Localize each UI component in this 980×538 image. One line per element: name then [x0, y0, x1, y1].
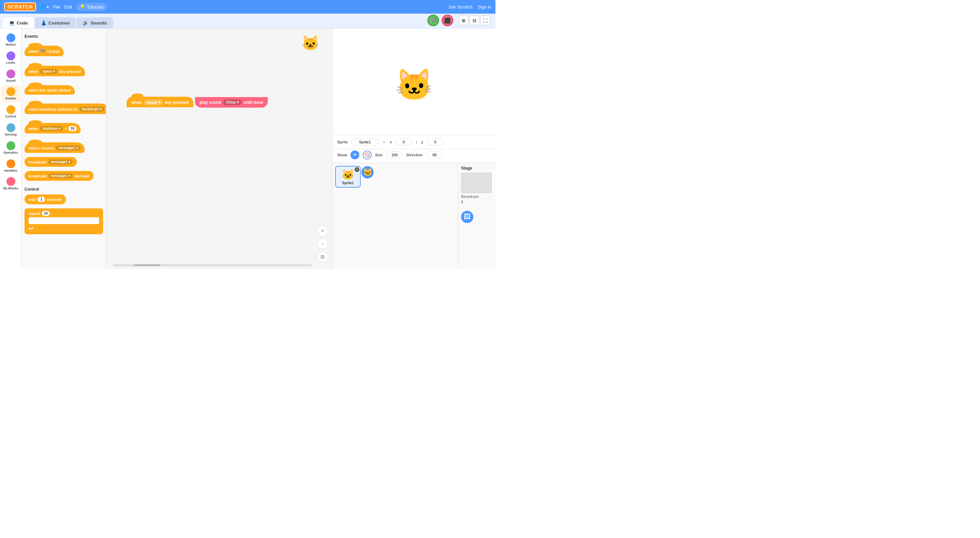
show-visible-btn[interactable]: 👁	[350, 150, 360, 160]
cat-myblocks[interactable]: My Blocks	[2, 175, 21, 192]
script-container[interactable]: when space ▾ key pressed play sound Chir…	[127, 97, 268, 108]
block-when-loudness[interactable]: when loudness ▾ > 10	[24, 123, 81, 134]
add-sprite-btn[interactable]: 🐱	[361, 166, 374, 179]
block-wait[interactable]: wait 1 seconds	[24, 195, 66, 204]
green-flag-btn[interactable]: 🏁	[427, 14, 439, 26]
cat-looks[interactable]: Looks	[2, 49, 21, 67]
wait-val-input[interactable]: 1	[37, 197, 45, 202]
block-broadcast[interactable]: broadcast message1 ▾	[24, 157, 77, 167]
edit-menu[interactable]: Edit	[64, 5, 72, 10]
block-broadcast-wait[interactable]: broadcast message1 ▾ and wait	[24, 171, 94, 181]
repeat-val-input[interactable]: 10	[42, 211, 50, 216]
backdrops-label: Backdrops	[461, 195, 493, 198]
canvas-scrollbar-h[interactable]	[113, 264, 312, 266]
looks-label: Looks	[6, 61, 15, 65]
sprite-thumb-1: 🐱	[342, 169, 354, 180]
cat-sound[interactable]: Sound	[2, 67, 21, 85]
sounds-icon: 🔊	[83, 20, 89, 26]
looks-dot	[6, 51, 15, 60]
block-when-sprite-clicked[interactable]: when this sprite clicked	[24, 85, 75, 95]
globe-icon: 🌐	[40, 5, 46, 10]
scratch-logo[interactable]: SCRATCH	[4, 2, 36, 11]
signin-btn[interactable]: Sign in	[478, 5, 492, 10]
message-select-pill[interactable]: message1 ▾	[56, 145, 80, 150]
tab-code[interactable]: 💻 Code	[3, 18, 34, 28]
cat-motion[interactable]: Motion	[2, 31, 21, 49]
loudness-val-input[interactable]: 10	[68, 126, 76, 131]
script-sound-pill[interactable]: Chirp ▾	[223, 99, 242, 105]
cat-variables[interactable]: Variables	[2, 157, 21, 175]
clicked-label: clicked	[47, 49, 60, 53]
stage-panel-label: Stage	[461, 166, 493, 171]
broadcast-msg-pill[interactable]: message1 ▾	[48, 160, 73, 164]
scrollbar-thumb	[134, 264, 161, 266]
sprite-delete-btn[interactable]: ✕	[355, 167, 360, 172]
stop-btn[interactable]: ⬛	[442, 14, 453, 26]
script-body-block[interactable]: play sound Chirp ▾ until done	[195, 97, 268, 108]
view-fullscreen-btn[interactable]: ⛶	[480, 16, 490, 25]
sprite-info-bar: Sprite ↔ x ↕ y	[332, 135, 495, 149]
sound-label: Sound	[6, 79, 16, 83]
stage-thumb[interactable]	[461, 172, 492, 193]
show-label: Show	[337, 153, 347, 157]
sprite-item-1[interactable]: ✕ 🐱 Sprite1	[335, 166, 361, 188]
cat-events[interactable]: Events	[2, 85, 21, 102]
show-hidden-btn[interactable]: 🚫	[363, 150, 372, 160]
canvas-area: 🐱 when space ▾ key pressed play sound Ch…	[106, 29, 332, 269]
operators-dot	[6, 141, 15, 150]
tutorials-btn[interactable]: 💡 Tutorials	[76, 3, 107, 11]
zoom-out-btn[interactable]: －	[317, 238, 328, 249]
x-label: x	[390, 140, 392, 144]
tab-costumes[interactable]: 👗 Costumes	[35, 18, 76, 28]
broadcast-wait-label: broadcast	[29, 174, 47, 178]
broadcast-wait-msg-pill[interactable]: message1 ▾	[48, 173, 73, 179]
events-section-title: Events	[24, 34, 103, 39]
variables-label: Variables	[4, 169, 18, 172]
script-hat-block[interactable]: when space ▾ key pressed	[127, 97, 193, 107]
block-when-receive[interactable]: when I receive message1 ▾	[24, 142, 85, 153]
flag-icon: 🏁	[430, 18, 437, 24]
script-when-label: when	[131, 100, 142, 105]
join-btn[interactable]: Join Scratch	[448, 5, 473, 10]
stage-panel-right: Stage Backdrops 1 🖼	[458, 163, 495, 269]
stage-area: 🐱	[332, 29, 495, 135]
view-small-btn[interactable]: ⊞	[459, 16, 468, 25]
sound-dot	[6, 69, 15, 78]
sprite-name-input[interactable]	[351, 139, 379, 145]
control-dot	[6, 105, 15, 114]
key-select-pill[interactable]: space ▾	[40, 69, 57, 74]
file-menu[interactable]: File	[53, 5, 60, 10]
cat-operators[interactable]: Operators	[2, 139, 21, 156]
tab-sounds[interactable]: 🔊 Sounds	[76, 18, 113, 28]
script-play-label: play sound	[200, 100, 221, 105]
block-when-key-pressed[interactable]: when space ▾ key pressed	[24, 66, 85, 76]
backdrop-select-pill[interactable]: backdrop1 ▾	[79, 107, 105, 112]
control-section-title: Control	[24, 187, 103, 192]
cat-control[interactable]: Control	[2, 103, 21, 121]
canvas-sprite-cat: 🐱	[301, 35, 319, 51]
script-key-pill[interactable]: space ▾	[144, 99, 163, 105]
events-label: Events	[6, 97, 16, 101]
script-until-label: until done	[243, 100, 263, 105]
add-backdrop-icon: 🖼	[464, 213, 471, 221]
block-repeat[interactable]: repeat 10 ↩	[24, 208, 103, 234]
y-input[interactable]	[427, 139, 444, 145]
zoom-in-btn[interactable]: ＋	[317, 225, 328, 236]
view-medium-btn[interactable]: ⊟	[469, 16, 479, 25]
stage-sprite-cat: 🐱	[395, 67, 433, 103]
operators-label: Operators	[3, 151, 18, 155]
direction-input[interactable]	[426, 152, 443, 158]
zoom-fit-btn[interactable]: ⊟	[317, 251, 328, 262]
sprite-name-label: Sprite1	[342, 181, 354, 185]
nav-globe[interactable]: 🌐 ▾	[40, 5, 49, 10]
motion-dot	[6, 34, 15, 42]
size-input[interactable]	[386, 152, 403, 158]
block-when-flag-clicked[interactable]: when 🏁 clicked	[24, 46, 64, 56]
loudness-select-pill[interactable]: loudness ▾	[40, 126, 63, 131]
cat-sensing[interactable]: Sensing	[2, 121, 21, 139]
block-when-backdrop[interactable]: when backdrop switches to backdrop1 ▾	[24, 104, 106, 114]
x-input[interactable]	[395, 139, 412, 145]
gt-label: >	[65, 127, 67, 131]
add-backdrop-btn[interactable]: 🖼	[461, 211, 473, 223]
repeat-inner	[29, 217, 99, 224]
